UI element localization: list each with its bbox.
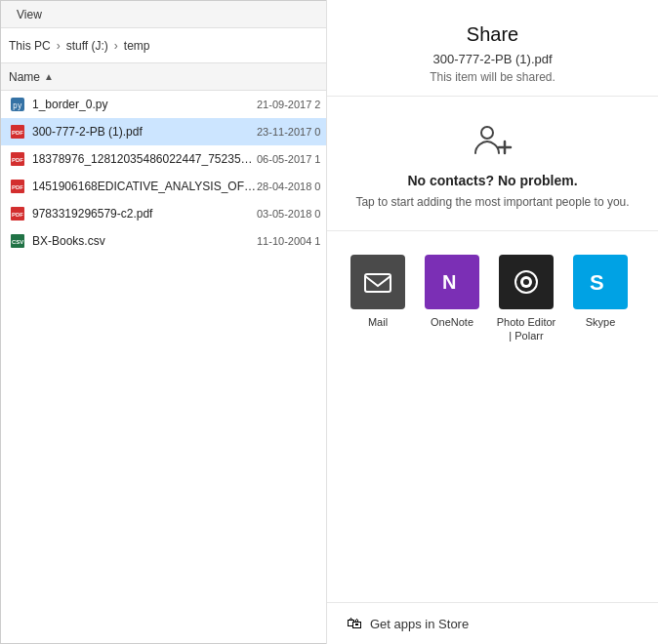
svg-text:PDF: PDF bbox=[12, 184, 23, 190]
apps-section: Mail N OneNote Photo Editor| Polarr bbox=[327, 231, 658, 367]
mail-label: Mail bbox=[368, 315, 388, 329]
file-name: BX-Books.csv bbox=[32, 234, 257, 248]
file-name: 300-777-2-PB (1).pdf bbox=[32, 125, 257, 139]
svg-text:S: S bbox=[590, 270, 604, 295]
breadcrumb-stuff[interactable]: stuff (J:) bbox=[66, 39, 108, 53]
svg-text:PDF: PDF bbox=[12, 130, 23, 136]
breadcrumb-sep-2: › bbox=[114, 39, 118, 53]
app-skype[interactable]: S Skype bbox=[569, 255, 632, 343]
skype-label: Skype bbox=[586, 315, 616, 329]
share-subtitle: This item will be shared. bbox=[347, 70, 638, 84]
file-icon-pdf: PDF bbox=[9, 178, 26, 195]
file-name: 9783319296579-c2.pdf bbox=[32, 207, 257, 221]
share-title: Share bbox=[347, 23, 638, 46]
onenote-icon: N bbox=[425, 255, 479, 309]
file-icon-pdf: PDF bbox=[9, 123, 26, 141]
svg-point-12 bbox=[481, 127, 493, 139]
svg-rect-15 bbox=[365, 274, 391, 292]
file-icon-python: py bbox=[9, 96, 26, 113]
file-name: 18378976_12812035486022447_75235487_o...… bbox=[32, 152, 257, 166]
footer-section[interactable]: 🛍 Get apps in Store bbox=[327, 602, 658, 644]
svg-text:CSV: CSV bbox=[12, 239, 23, 245]
polarr-label: Photo Editor| Polarr bbox=[497, 315, 556, 343]
app-onenote[interactable]: N OneNote bbox=[421, 255, 483, 343]
menu-view[interactable]: View bbox=[9, 4, 50, 25]
file-icon-pdf: PDF bbox=[9, 205, 26, 222]
contacts-section: No contacts? No problem. Tap to start ad… bbox=[327, 97, 658, 231]
share-header: Share 300-777-2-PB (1).pdf This item wil… bbox=[327, 0, 658, 97]
breadcrumb-pc[interactable]: This PC bbox=[9, 39, 51, 53]
svg-text:PDF: PDF bbox=[12, 157, 23, 163]
skype-icon: S bbox=[573, 255, 628, 309]
contacts-icon bbox=[470, 116, 516, 163]
svg-text:N: N bbox=[442, 271, 456, 293]
get-apps-label: Get apps in Store bbox=[370, 617, 469, 631]
svg-text:py: py bbox=[13, 101, 22, 110]
file-icon-pdf: PDF bbox=[9, 150, 26, 168]
no-contacts-title: No contacts? No problem. bbox=[407, 173, 577, 188]
polarr-icon bbox=[499, 255, 554, 309]
share-filename: 300-777-2-PB (1).pdf bbox=[347, 52, 638, 66]
mail-icon bbox=[350, 255, 405, 309]
sort-arrow-icon: ▲ bbox=[44, 71, 54, 82]
file-icon-excel: CSV bbox=[9, 232, 26, 250]
svg-point-19 bbox=[523, 279, 529, 285]
breadcrumb-temp[interactable]: temp bbox=[124, 39, 150, 53]
svg-text:PDF: PDF bbox=[12, 212, 23, 218]
onenote-label: OneNote bbox=[431, 315, 473, 329]
store-icon: 🛍 bbox=[347, 615, 362, 632]
breadcrumb-sep-1: › bbox=[57, 39, 61, 53]
file-name: 1451906168EDICATIVE_ANALYSIS_OF_DIA... bbox=[32, 180, 257, 193]
app-mail[interactable]: Mail bbox=[347, 255, 409, 343]
app-polarr[interactable]: Photo Editor| Polarr bbox=[495, 255, 557, 343]
file-name: 1_border_0.py bbox=[32, 98, 257, 111]
no-contacts-desc: Tap to start adding the most important p… bbox=[355, 194, 629, 211]
share-panel: Share 300-777-2-PB (1).pdf This item wil… bbox=[326, 0, 658, 644]
